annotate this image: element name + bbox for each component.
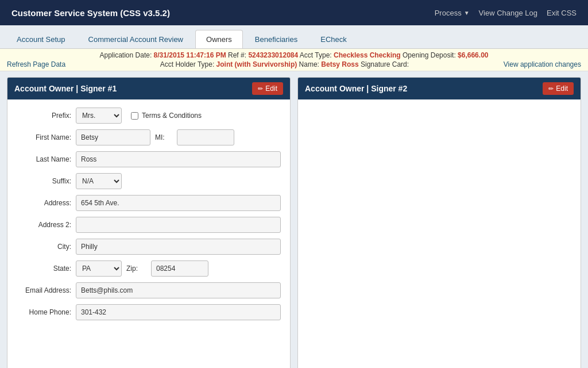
prefix-row: Prefix: Mrs. Mr. Ms. Dr. Terms & Conditi… xyxy=(17,108,281,124)
panel2-title: Account Owner | Signer #2 xyxy=(305,84,407,93)
home-phone-input[interactable] xyxy=(76,304,281,320)
ref-number: 5243233012084 xyxy=(248,51,298,59)
lastname-input[interactable] xyxy=(76,151,281,167)
panel1-title: Account Owner | Signer #1 xyxy=(14,84,117,93)
exit-css-link[interactable]: Exit CSS xyxy=(547,9,577,17)
pencil-icon: ✏ xyxy=(258,85,263,93)
state-label: State: xyxy=(17,264,71,273)
address2-row: Address 2: xyxy=(17,217,281,233)
prefix-select[interactable]: Mrs. Mr. Ms. Dr. xyxy=(76,108,122,124)
home-phone-label: Home Phone: xyxy=(17,308,71,316)
address-label: Address: xyxy=(17,199,71,207)
opening-deposit: $6,666.00 xyxy=(458,51,488,59)
city-row: City: xyxy=(17,239,281,255)
firstname-row: First Name: MI: xyxy=(17,129,281,145)
view-change-log-link[interactable]: View Change Log xyxy=(479,9,537,17)
address2-input[interactable] xyxy=(76,217,281,233)
email-row: Email Address: xyxy=(17,282,281,298)
city-label: City: xyxy=(17,243,71,251)
top-header: Customer Service System (CSS v3.5.2) Pro… xyxy=(0,0,588,25)
panel-signer2: Account Owner | Signer #2 ✏ Edit xyxy=(297,77,581,368)
application-date: 8/31/2015 11:47:16 PM xyxy=(154,51,226,59)
process-arrow-icon: ▼ xyxy=(464,10,470,16)
top-nav: Process ▼ View Change Log Exit CSS xyxy=(435,9,577,17)
mi-label: MI: xyxy=(155,133,172,141)
ref-prefix: Ref #: xyxy=(228,51,248,59)
info-bar-row2-middle: Acct Holder Type: Joint (with Survivorsh… xyxy=(160,60,409,68)
panel2-edit-label: Edit xyxy=(556,85,568,93)
acct-holder-type: Joint (with Survivorship) xyxy=(216,60,297,68)
refresh-page-data-link[interactable]: Refresh Page Data xyxy=(7,60,65,68)
info-bar-row1: Application Date: 8/31/2015 11:47:16 PM … xyxy=(7,51,581,59)
tab-beneficiaries[interactable]: Beneficiaries xyxy=(244,30,308,48)
acct-holder-type-prefix: Acct Holder Type: xyxy=(160,60,216,68)
app-title: Customer Service System (CSS v3.5.2) xyxy=(11,8,170,18)
suffix-row: Suffix: N/A Jr. Sr. III xyxy=(17,173,281,189)
prefix-label: Prefix: xyxy=(17,112,71,120)
suffix-select[interactable]: N/A Jr. Sr. III xyxy=(76,173,122,189)
firstname-input[interactable] xyxy=(76,129,150,145)
home-phone-row: Home Phone: xyxy=(17,304,281,320)
email-input[interactable] xyxy=(76,282,281,298)
state-select[interactable]: PA NY NJ CA xyxy=(76,260,122,277)
terms-checkbox-area: Terms & Conditions xyxy=(131,112,202,120)
pencil-icon2: ✏ xyxy=(548,85,554,93)
tab-echeck[interactable]: ECheck xyxy=(310,30,358,48)
email-label: Email Address: xyxy=(17,286,71,294)
app-date-prefix: Application Date: xyxy=(100,51,152,59)
tab-commercial-account-review[interactable]: Commercial Account Review xyxy=(78,30,194,48)
address-row: Address: xyxy=(17,195,281,211)
info-bar: Application Date: 8/31/2015 11:47:16 PM … xyxy=(0,49,588,71)
panel1-header: Account Owner | Signer #1 ✏ Edit xyxy=(7,78,290,99)
acct-type-prefix: Acct Type: xyxy=(300,51,334,59)
panel1-form: Prefix: Mrs. Mr. Ms. Dr. Terms & Conditi… xyxy=(7,99,290,334)
tab-account-setup[interactable]: Account Setup xyxy=(6,30,76,48)
view-application-changes-link[interactable]: View application changes xyxy=(504,60,581,68)
process-menu[interactable]: Process ▼ xyxy=(435,9,470,17)
panel2-header: Account Owner | Signer #2 ✏ Edit xyxy=(298,78,581,99)
terms-checkbox[interactable] xyxy=(131,112,138,120)
state-zip-row: State: PA NY NJ CA Zip: xyxy=(17,260,281,277)
info-bar-row2: Refresh Page Data Acct Holder Type: Join… xyxy=(7,60,581,68)
main-content: Account Owner | Signer #1 ✏ Edit Prefix:… xyxy=(0,71,588,368)
acct-type: Checkless Checking xyxy=(334,51,401,59)
zip-input[interactable] xyxy=(151,260,208,277)
panel1-edit-button[interactable]: ✏ Edit xyxy=(252,82,283,95)
suffix-label: Suffix: xyxy=(17,177,71,185)
address2-label: Address 2: xyxy=(17,221,71,229)
lastname-label: Last Name: xyxy=(17,155,71,163)
address-input[interactable] xyxy=(76,195,281,211)
signature-card-label: Signature Card: xyxy=(361,60,409,68)
tab-owners[interactable]: Owners xyxy=(195,30,243,48)
firstname-label: First Name: xyxy=(17,133,71,141)
panel2-edit-button[interactable]: ✏ Edit xyxy=(543,82,574,95)
panel-signer1: Account Owner | Signer #1 ✏ Edit Prefix:… xyxy=(7,77,291,368)
mi-input[interactable] xyxy=(177,129,234,145)
account-holder-name: Betsy Ross xyxy=(321,60,358,68)
terms-label: Terms & Conditions xyxy=(142,112,202,120)
process-label: Process xyxy=(435,9,462,17)
lastname-row: Last Name: xyxy=(17,151,281,167)
panel2-form xyxy=(298,99,581,116)
panel1-edit-label: Edit xyxy=(265,85,277,93)
city-input[interactable] xyxy=(76,239,281,255)
name-prefix: Name: xyxy=(299,60,322,68)
tab-navigation: Account Setup Commercial Account Review … xyxy=(0,25,588,49)
opening-deposit-prefix: Opening Deposit: xyxy=(403,51,458,59)
zip-label: Zip: xyxy=(126,264,146,273)
